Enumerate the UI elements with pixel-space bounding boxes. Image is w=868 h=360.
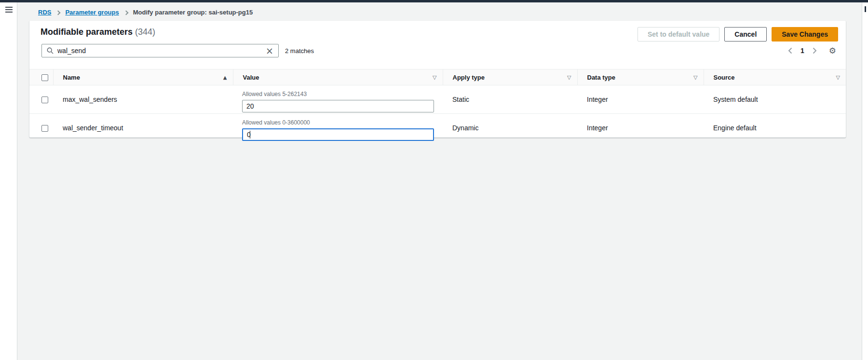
- column-label: Name: [63, 74, 80, 81]
- save-changes-button[interactable]: Save Changes: [772, 27, 838, 42]
- row-checkbox[interactable]: [41, 97, 48, 103]
- hamburger-bar: [5, 12, 13, 13]
- data-type-cell: Integer: [577, 85, 704, 114]
- chevron-left-icon: [788, 47, 792, 54]
- hamburger-bar: [5, 9, 13, 10]
- filter-icon[interactable]: ▽: [567, 74, 571, 81]
- search-input[interactable]: [57, 47, 266, 55]
- allowed-values-hint: Allowed values 5-262143: [242, 91, 435, 97]
- page-title: Modifiable parameters (344): [41, 27, 155, 37]
- select-all-header: [29, 69, 53, 85]
- breadcrumb: RDS Parameter groups Modify parameter gr…: [38, 9, 862, 16]
- page-number[interactable]: 1: [800, 47, 804, 55]
- table-row: max_wal_senders Allowed values 5-262143 …: [29, 85, 846, 114]
- table-row: wal_sender_timeout Allowed values 0-3600…: [29, 114, 846, 142]
- page-title-count: (344): [135, 27, 155, 37]
- set-default-value-button[interactable]: Set to default value: [637, 27, 719, 42]
- value-input[interactable]: [242, 128, 434, 141]
- next-page-button[interactable]: [813, 47, 817, 54]
- header-actions: Set to default value Cancel Save Changes: [637, 27, 838, 42]
- main-content: RDS Parameter groups Modify parameter gr…: [18, 2, 862, 360]
- column-label: Value: [243, 74, 259, 81]
- source-cell: System default: [704, 85, 846, 114]
- data-type-cell: Integer: [577, 114, 704, 142]
- chevron-right-icon: [123, 10, 128, 15]
- breadcrumb-current: Modify parameter group: sai-setup-pg15: [133, 9, 253, 16]
- breadcrumb-link-rds[interactable]: RDS: [38, 9, 51, 16]
- select-all-checkbox[interactable]: [41, 74, 48, 81]
- param-name-cell: wal_sender_timeout: [53, 114, 233, 142]
- source-cell: Engine default: [704, 114, 846, 142]
- filter-icon[interactable]: ▽: [433, 74, 436, 81]
- chevron-right-icon: [56, 10, 61, 15]
- column-header-source[interactable]: Source ▽: [704, 69, 846, 85]
- row-checkbox[interactable]: [41, 125, 48, 132]
- column-header-apply-type[interactable]: Apply type ▽: [443, 69, 577, 85]
- cancel-button[interactable]: Cancel: [724, 27, 767, 42]
- search-icon: [47, 47, 54, 54]
- column-label: Data type: [587, 74, 616, 81]
- filter-icon[interactable]: ▽: [836, 74, 840, 81]
- hamburger-menu-icon[interactable]: [5, 7, 13, 14]
- chevron-right-icon: [813, 47, 817, 54]
- table-toolbar: × 2 matches 1 ⚙: [29, 42, 846, 57]
- hamburger-bar: [5, 7, 13, 8]
- param-value-cell: Allowed values 0-3600000: [233, 114, 443, 142]
- table-header-row: Name ▲ Value ▽ Apply type ▽: [29, 69, 846, 85]
- text-cursor: [250, 131, 250, 138]
- param-value-cell: Allowed values 5-262143: [233, 85, 443, 114]
- apply-type-cell: Dynamic: [443, 114, 577, 142]
- filter-icon[interactable]: ▽: [693, 74, 697, 81]
- column-header-data-type[interactable]: Data type ▽: [577, 69, 704, 85]
- column-label: Apply type: [453, 74, 485, 81]
- right-panel-edge-icon: [865, 6, 866, 12]
- value-input[interactable]: [242, 100, 434, 112]
- match-count: 2 matches: [285, 47, 314, 55]
- modifiable-parameters-card: Modifiable parameters (344) Set to defau…: [29, 21, 846, 138]
- parameters-table: Name ▲ Value ▽ Apply type ▽: [29, 69, 846, 142]
- column-header-value[interactable]: Value ▽: [233, 69, 443, 85]
- param-name-cell: max_wal_senders: [53, 85, 233, 114]
- collapsed-right-panel: [862, 2, 868, 360]
- breadcrumb-link-parameter-groups[interactable]: Parameter groups: [65, 9, 119, 16]
- allowed-values-hint: Allowed values 0-3600000: [242, 119, 435, 126]
- gear-icon[interactable]: ⚙: [829, 47, 836, 55]
- column-header-name[interactable]: Name ▲: [53, 69, 233, 85]
- apply-type-cell: Static: [443, 85, 577, 114]
- sort-ascending-icon[interactable]: ▲: [223, 75, 227, 80]
- close-icon[interactable]: ×: [266, 46, 273, 55]
- parameter-search-box[interactable]: ×: [41, 44, 279, 57]
- previous-page-button[interactable]: [788, 47, 792, 54]
- card-header: Modifiable parameters (344) Set to defau…: [29, 21, 846, 42]
- page-title-text: Modifiable parameters: [41, 27, 133, 37]
- column-label: Source: [714, 74, 735, 81]
- top-navigation-bar: [0, 0, 868, 2]
- pagination: 1 ⚙: [788, 47, 836, 55]
- collapsed-side-nav: [0, 2, 17, 360]
